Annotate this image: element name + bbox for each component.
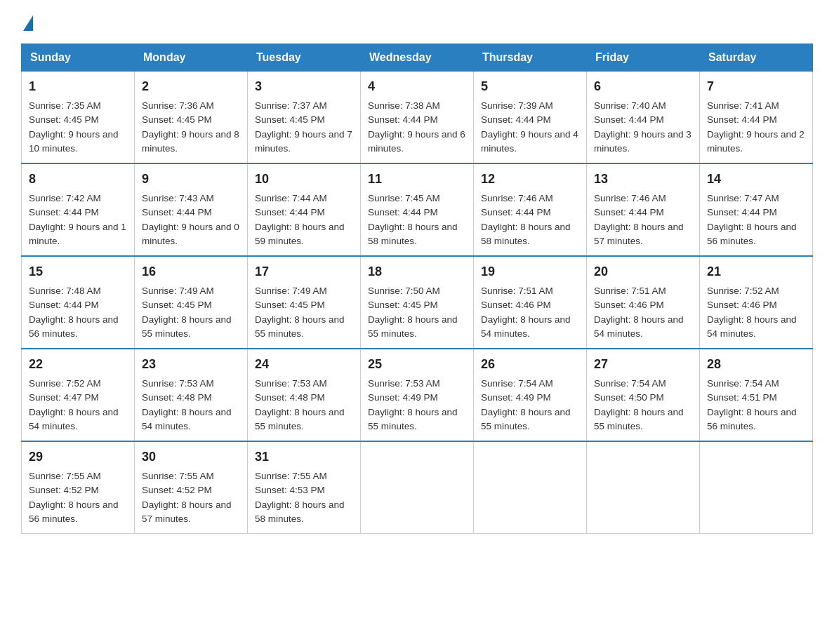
weekday-header-saturday: Saturday (700, 44, 813, 72)
calendar-cell: 19Sunrise: 7:51 AMSunset: 4:46 PMDayligh… (474, 256, 587, 349)
daylight-label: Daylight: 8 hours and 54 minutes. (142, 407, 232, 431)
calendar-cell: 24Sunrise: 7:53 AMSunset: 4:48 PMDayligh… (248, 349, 361, 441)
calendar-cell: 20Sunrise: 7:51 AMSunset: 4:46 PMDayligh… (587, 256, 700, 349)
calendar-cell: 13Sunrise: 7:46 AMSunset: 4:44 PMDayligh… (587, 163, 700, 256)
sunrise-label: Sunrise: 7:45 AM (368, 193, 440, 203)
sunset-label: Sunset: 4:45 PM (255, 114, 325, 125)
day-number: 30 (142, 448, 240, 467)
daylight-label: Daylight: 8 hours and 55 minutes. (255, 407, 345, 431)
logo-triangle-icon (23, 15, 33, 31)
calendar-cell: 2Sunrise: 7:36 AMSunset: 4:45 PMDaylight… (135, 72, 248, 164)
day-number: 29 (29, 448, 127, 467)
calendar-cell: 31Sunrise: 7:55 AMSunset: 4:53 PMDayligh… (248, 441, 361, 534)
calendar-cell: 14Sunrise: 7:47 AMSunset: 4:44 PMDayligh… (700, 163, 813, 256)
sunset-label: Sunset: 4:44 PM (368, 207, 438, 217)
calendar-cell: 8Sunrise: 7:42 AMSunset: 4:44 PMDaylight… (22, 163, 135, 256)
sunrise-label: Sunrise: 7:54 AM (707, 378, 779, 389)
sunrise-label: Sunrise: 7:42 AM (29, 193, 101, 203)
page-header (21, 14, 813, 31)
day-number: 7 (707, 77, 805, 96)
daylight-label: Daylight: 9 hours and 6 minutes. (368, 129, 465, 154)
sunset-label: Sunset: 4:46 PM (481, 300, 551, 310)
day-number: 13 (594, 170, 692, 189)
sunrise-label: Sunrise: 7:46 AM (481, 193, 553, 203)
sunrise-label: Sunrise: 7:51 AM (481, 286, 553, 296)
daylight-label: Daylight: 8 hours and 55 minutes. (142, 314, 232, 339)
sunrise-label: Sunrise: 7:55 AM (142, 471, 214, 481)
sunset-label: Sunset: 4:45 PM (142, 114, 212, 125)
sunrise-label: Sunrise: 7:41 AM (707, 100, 779, 111)
day-number: 17 (255, 262, 353, 281)
sunset-label: Sunset: 4:45 PM (255, 300, 325, 310)
sunset-label: Sunset: 4:46 PM (707, 300, 777, 310)
sunrise-label: Sunrise: 7:50 AM (368, 286, 440, 296)
sunrise-label: Sunrise: 7:55 AM (255, 471, 327, 481)
day-number: 1 (29, 77, 127, 96)
daylight-label: Daylight: 8 hours and 55 minutes. (594, 407, 684, 431)
calendar-cell: 4Sunrise: 7:38 AMSunset: 4:44 PMDaylight… (361, 72, 474, 164)
daylight-label: Daylight: 8 hours and 56 minutes. (707, 407, 797, 431)
calendar-cell: 17Sunrise: 7:49 AMSunset: 4:45 PMDayligh… (248, 256, 361, 349)
calendar-cell: 12Sunrise: 7:46 AMSunset: 4:44 PMDayligh… (474, 163, 587, 256)
weekday-header-sunday: Sunday (22, 44, 135, 72)
daylight-label: Daylight: 9 hours and 1 minute. (29, 222, 126, 246)
sunset-label: Sunset: 4:46 PM (594, 300, 664, 310)
weekday-header-thursday: Thursday (474, 44, 587, 72)
sunset-label: Sunset: 4:44 PM (707, 207, 777, 217)
day-number: 15 (29, 262, 127, 281)
sunrise-label: Sunrise: 7:51 AM (594, 286, 666, 296)
sunrise-label: Sunrise: 7:53 AM (368, 378, 440, 389)
day-number: 22 (29, 355, 127, 374)
calendar-cell: 28Sunrise: 7:54 AMSunset: 4:51 PMDayligh… (700, 349, 813, 441)
day-number: 28 (707, 355, 805, 374)
sunset-label: Sunset: 4:49 PM (368, 392, 438, 403)
calendar-cell: 6Sunrise: 7:40 AMSunset: 4:44 PMDaylight… (587, 72, 700, 164)
sunrise-label: Sunrise: 7:49 AM (255, 286, 327, 296)
sunrise-label: Sunrise: 7:38 AM (368, 100, 440, 111)
day-number: 16 (142, 262, 240, 281)
sunrise-label: Sunrise: 7:55 AM (29, 471, 101, 481)
sunset-label: Sunset: 4:45 PM (29, 114, 99, 125)
daylight-label: Daylight: 8 hours and 55 minutes. (368, 314, 458, 339)
sunset-label: Sunset: 4:52 PM (142, 485, 212, 495)
logo (21, 14, 33, 31)
day-number: 3 (255, 77, 353, 96)
day-number: 23 (142, 355, 240, 374)
sunset-label: Sunset: 4:44 PM (368, 114, 438, 125)
day-number: 24 (255, 355, 353, 374)
daylight-label: Daylight: 8 hours and 59 minutes. (255, 222, 345, 246)
sunrise-label: Sunrise: 7:37 AM (255, 100, 327, 111)
day-number: 25 (368, 355, 466, 374)
calendar-cell (700, 441, 813, 534)
day-number: 6 (594, 77, 692, 96)
sunset-label: Sunset: 4:44 PM (142, 207, 212, 217)
daylight-label: Daylight: 8 hours and 54 minutes. (29, 407, 119, 431)
daylight-label: Daylight: 8 hours and 58 minutes. (368, 222, 458, 246)
daylight-label: Daylight: 9 hours and 3 minutes. (594, 129, 691, 154)
day-number: 31 (255, 448, 353, 467)
daylight-label: Daylight: 8 hours and 55 minutes. (255, 314, 345, 339)
sunrise-label: Sunrise: 7:54 AM (594, 378, 666, 389)
calendar-cell: 26Sunrise: 7:54 AMSunset: 4:49 PMDayligh… (474, 349, 587, 441)
daylight-label: Daylight: 8 hours and 57 minutes. (594, 222, 684, 246)
sunset-label: Sunset: 4:51 PM (707, 392, 777, 403)
sunset-label: Sunset: 4:44 PM (594, 114, 664, 125)
calendar-cell: 21Sunrise: 7:52 AMSunset: 4:46 PMDayligh… (700, 256, 813, 349)
daylight-label: Daylight: 8 hours and 55 minutes. (481, 407, 571, 431)
calendar-week-row: 8Sunrise: 7:42 AMSunset: 4:44 PMDaylight… (22, 163, 813, 256)
sunrise-label: Sunrise: 7:52 AM (29, 378, 101, 389)
day-number: 5 (481, 77, 579, 96)
day-number: 12 (481, 170, 579, 189)
day-number: 8 (29, 170, 127, 189)
calendar-cell: 23Sunrise: 7:53 AMSunset: 4:48 PMDayligh… (135, 349, 248, 441)
daylight-label: Daylight: 8 hours and 54 minutes. (481, 314, 571, 339)
sunrise-label: Sunrise: 7:48 AM (29, 286, 101, 296)
day-number: 21 (707, 262, 805, 281)
sunset-label: Sunset: 4:44 PM (594, 207, 664, 217)
daylight-label: Daylight: 9 hours and 4 minutes. (481, 129, 578, 154)
calendar-cell: 27Sunrise: 7:54 AMSunset: 4:50 PMDayligh… (587, 349, 700, 441)
calendar-cell: 10Sunrise: 7:44 AMSunset: 4:44 PMDayligh… (248, 163, 361, 256)
calendar-week-row: 22Sunrise: 7:52 AMSunset: 4:47 PMDayligh… (22, 349, 813, 441)
sunset-label: Sunset: 4:44 PM (481, 114, 551, 125)
calendar-cell: 7Sunrise: 7:41 AMSunset: 4:44 PMDaylight… (700, 72, 813, 164)
